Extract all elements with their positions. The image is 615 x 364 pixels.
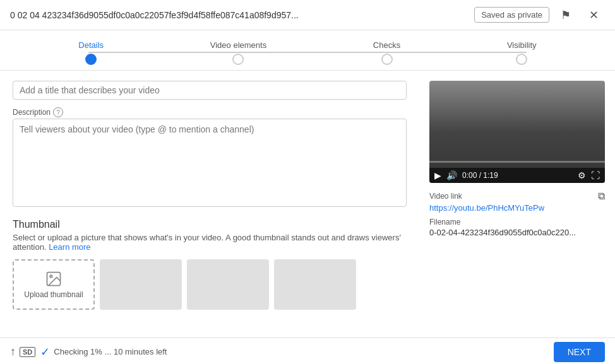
thumbnail-option-3[interactable] bbox=[274, 259, 356, 310]
filename-label: Filename bbox=[429, 218, 605, 226]
description-label: Description ? bbox=[13, 107, 407, 117]
thumbnail-row: Upload thumbnail bbox=[13, 259, 407, 310]
main-content: Description ? Thumbnail Select or upload… bbox=[0, 71, 615, 338]
thumbnail-option-1[interactable] bbox=[100, 259, 182, 310]
saved-badge: Saved as private bbox=[474, 7, 549, 23]
step-details-label: Details bbox=[78, 40, 104, 50]
flag-button[interactable]: ⚑ bbox=[554, 4, 577, 26]
upload-thumbnail-button[interactable]: Upload thumbnail bbox=[13, 259, 95, 310]
next-button[interactable]: NEXT bbox=[554, 342, 605, 362]
settings-button[interactable]: ⚙ bbox=[578, 170, 586, 180]
svg-point-1 bbox=[50, 275, 52, 278]
description-help-icon[interactable]: ? bbox=[53, 107, 63, 117]
stepper: Details Video elements Checks Visibility bbox=[0, 30, 615, 71]
step-visibility-label: Visibility bbox=[507, 40, 537, 50]
header: 0 02 04 423234f36d9055df0c0a0c22057fe3f9… bbox=[0, 0, 615, 30]
description-input[interactable] bbox=[13, 119, 407, 207]
bottom-bar: ↑ SD ✓ Checking 1% ... 10 minutes left N… bbox=[0, 338, 615, 364]
video-link-label: Video link ⧉ bbox=[429, 191, 605, 202]
step-visibility-circle bbox=[516, 54, 527, 65]
step-checks[interactable]: Checks bbox=[373, 40, 400, 65]
right-panel: ▶ 🔊 0:00 / 1:19 ⚙ ⛶ Video link ⧉ https:/… bbox=[419, 71, 615, 338]
step-visibility[interactable]: Visibility bbox=[507, 40, 537, 65]
step-video-elements[interactable]: Video elements bbox=[210, 40, 266, 65]
time-display: 0:00 / 1:19 bbox=[462, 171, 498, 180]
video-controls: ▶ 🔊 0:00 / 1:19 ⚙ ⛶ bbox=[429, 168, 605, 183]
learn-more-link[interactable]: Learn more bbox=[49, 242, 90, 252]
close-icon: ✕ bbox=[589, 8, 599, 22]
quality-badge: SD bbox=[20, 347, 35, 357]
step-details[interactable]: Details bbox=[78, 40, 104, 65]
filename-value: 0-02-04-423234f36d9055df0c0a0c220... bbox=[429, 228, 605, 237]
play-button[interactable]: ▶ bbox=[434, 170, 441, 180]
check-icon: ✓ bbox=[40, 345, 50, 359]
upload-arrow-icon: ↑ bbox=[10, 345, 16, 358]
step-video-elements-circle bbox=[232, 54, 244, 65]
thumbnail-option-2[interactable] bbox=[187, 259, 269, 310]
thumbnail-section-title: Thumbnail bbox=[13, 219, 407, 230]
page-title: 0 02 04 423234f36d9055df0c0a0c22057fe3f9… bbox=[10, 10, 452, 20]
progress-bar bbox=[429, 161, 605, 163]
volume-button[interactable]: 🔊 bbox=[446, 170, 457, 180]
fullscreen-button[interactable]: ⛶ bbox=[591, 170, 600, 180]
copy-link-button[interactable]: ⧉ bbox=[598, 191, 605, 202]
video-player: ▶ 🔊 0:00 / 1:19 ⚙ ⛶ bbox=[429, 81, 605, 183]
step-video-elements-label: Video elements bbox=[210, 40, 266, 50]
step-checks-label: Checks bbox=[373, 40, 400, 50]
header-actions: Saved as private ⚑ ✕ bbox=[474, 4, 605, 26]
step-checks-circle bbox=[381, 54, 393, 65]
title-input[interactable] bbox=[13, 81, 407, 100]
thumbnail-section-desc: Select or upload a picture that shows wh… bbox=[13, 233, 407, 252]
video-link-url[interactable]: https://youtu.be/PhHcMYuTePw bbox=[429, 203, 605, 213]
upload-thumbnail-label: Upload thumbnail bbox=[24, 290, 83, 299]
stepper-line bbox=[88, 52, 527, 53]
video-link-section: Video link ⧉ https://youtu.be/PhHcMYuTeP… bbox=[429, 191, 605, 237]
flag-icon: ⚑ bbox=[561, 8, 571, 22]
left-panel: Description ? Thumbnail Select or upload… bbox=[0, 71, 419, 338]
close-button[interactable]: ✕ bbox=[582, 4, 605, 26]
upload-thumbnail-icon bbox=[45, 270, 63, 288]
status-text: Checking 1% ... 10 minutes left bbox=[54, 347, 167, 356]
step-details-circle bbox=[85, 54, 97, 65]
